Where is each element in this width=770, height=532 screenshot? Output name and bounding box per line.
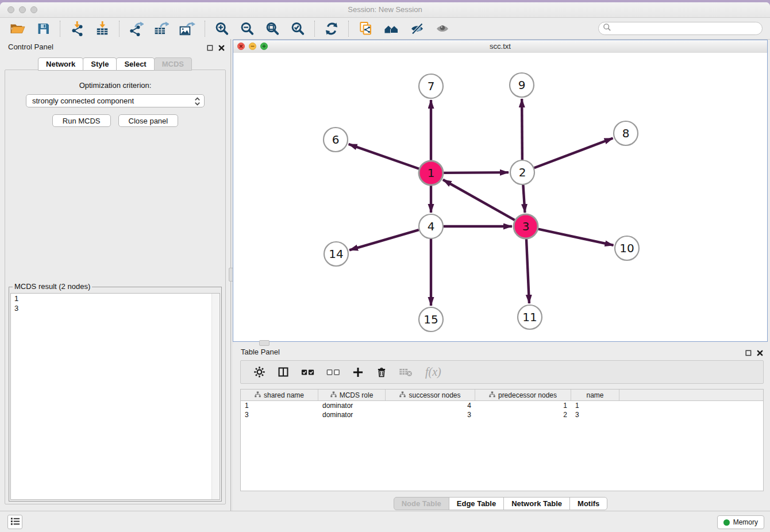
zoom-fit-icon[interactable] <box>265 21 280 36</box>
copy-view-icon[interactable] <box>358 21 373 36</box>
graph-node-2[interactable]: 2 <box>510 160 534 184</box>
horizontal-splitter-handle[interactable] <box>259 340 270 346</box>
zoom-in-icon[interactable] <box>214 21 229 36</box>
cell-predecessor-nodes[interactable]: 2 <box>475 411 571 419</box>
cell-shared-name[interactable]: 1 <box>241 402 318 410</box>
home-icon[interactable] <box>383 22 399 36</box>
export-image-icon[interactable] <box>179 21 195 36</box>
svg-text:4: 4 <box>428 219 435 233</box>
window-minimize-button[interactable] <box>19 6 26 13</box>
run-mcds-button[interactable]: Run MCDS <box>52 114 111 127</box>
tab-network[interactable]: Network <box>38 57 83 71</box>
graph-node-3[interactable]: 3 <box>514 214 538 238</box>
select-all-icon[interactable] <box>301 367 315 377</box>
graph-edge-1-2[interactable] <box>444 172 509 173</box>
column-header-MCDS-role[interactable]: MCDS role <box>318 390 386 400</box>
network-window-title: scc.txt <box>233 40 767 52</box>
save-icon[interactable] <box>36 22 51 36</box>
close-table-panel-icon[interactable] <box>757 348 763 358</box>
svg-text:15: 15 <box>424 313 438 326</box>
graph-edge-3-10[interactable] <box>538 229 614 245</box>
float-table-panel-icon[interactable] <box>745 348 752 358</box>
graph-edge-4-14[interactable] <box>349 230 419 250</box>
graph-node-1[interactable]: 1 <box>419 161 443 185</box>
graph-node-6[interactable]: 6 <box>324 128 348 152</box>
graph-node-10[interactable]: 10 <box>615 236 639 260</box>
column-header-predecessor-nodes[interactable]: predecessor nodes <box>475 390 571 400</box>
tab-style[interactable]: Style <box>83 57 117 71</box>
tab-network-table[interactable]: Network Table <box>503 497 570 510</box>
gear-icon[interactable] <box>253 366 265 378</box>
table-row[interactable]: 1dominator411 <box>241 401 763 410</box>
export-network-icon[interactable] <box>129 21 144 36</box>
result-scrollbar[interactable] <box>211 294 220 499</box>
cell-predecessor-nodes[interactable]: 1 <box>475 402 571 410</box>
graph-edge-3-1[interactable] <box>443 180 515 220</box>
cell-shared-name[interactable]: 3 <box>241 411 318 419</box>
search-icon <box>603 23 611 34</box>
cell-successor-nodes[interactable]: 3 <box>386 411 475 419</box>
network-close-button[interactable] <box>237 43 245 50</box>
graph-node-7[interactable]: 7 <box>419 74 443 98</box>
tab-select[interactable]: Select <box>116 57 154 71</box>
add-row-icon[interactable] <box>352 366 364 379</box>
network-window-titlebar: scc.txt <box>233 40 767 53</box>
search-input[interactable] <box>614 23 762 34</box>
window-zoom-button[interactable] <box>30 6 37 13</box>
network-zoom-button[interactable] <box>260 43 268 50</box>
svg-text:7: 7 <box>428 79 435 93</box>
graph-edge-2-9[interactable] <box>522 99 522 160</box>
column-label: successor nodes <box>409 391 460 399</box>
graph-edge-1-6[interactable] <box>349 144 419 169</box>
hide-eye-icon[interactable] <box>410 22 425 36</box>
network-minimize-button[interactable] <box>249 43 256 50</box>
toolbar-separator <box>205 21 205 37</box>
close-panel-button[interactable]: Close panel <box>118 114 179 127</box>
mcds-tab-content: Optimization criterion: strongly connect… <box>5 70 226 504</box>
table-row[interactable]: 3dominator323 <box>241 410 763 419</box>
column-header-successor-nodes[interactable]: successor nodes <box>386 390 475 400</box>
tab-mcds[interactable]: MCDS <box>154 57 192 71</box>
import-table-icon[interactable] <box>95 21 110 36</box>
svg-text:1: 1 <box>428 166 435 180</box>
column-header-name[interactable]: name <box>571 390 619 400</box>
criterion-select[interactable]: strongly connected component <box>26 94 205 107</box>
memory-button[interactable]: Memory <box>717 515 764 529</box>
window-close-button[interactable] <box>7 6 14 13</box>
zoom-selected-icon[interactable] <box>290 21 305 36</box>
refresh-icon[interactable] <box>324 21 339 36</box>
cell-successor-nodes[interactable]: 4 <box>386 402 475 410</box>
graph-node-15[interactable]: 15 <box>419 307 443 331</box>
network-canvas[interactable]: 7968124314101511 <box>233 53 767 341</box>
open-icon[interactable] <box>10 22 26 36</box>
split-columns-icon[interactable] <box>277 366 290 378</box>
graph-node-9[interactable]: 9 <box>510 73 534 97</box>
column-header-shared-name[interactable]: shared name <box>241 390 318 400</box>
tab-node-table[interactable]: Node Table <box>394 497 449 510</box>
export-table-icon[interactable] <box>154 21 169 36</box>
float-panel-icon[interactable] <box>207 43 213 53</box>
graph-node-4[interactable]: 4 <box>419 214 443 238</box>
mcds-result-item[interactable]: 3 <box>11 303 220 313</box>
graph-node-8[interactable]: 8 <box>614 121 638 145</box>
zoom-out-icon[interactable] <box>240 21 255 36</box>
delete-row-icon[interactable] <box>376 366 387 379</box>
table-panel: Table Panel f(x) shared nameMCDS rolesuc… <box>233 344 769 511</box>
cell-MCDS-role[interactable]: dominator <box>318 411 386 419</box>
mcds-result-item[interactable]: 1 <box>11 294 220 303</box>
cell-name[interactable]: 1 <box>571 402 619 410</box>
tab-edge-table[interactable]: Edge Table <box>449 497 504 510</box>
tab-motifs[interactable]: Motifs <box>569 497 607 510</box>
graph-edge-3-11[interactable] <box>526 239 529 303</box>
cell-MCDS-role[interactable]: dominator <box>318 402 386 410</box>
status-list-button[interactable] <box>7 515 22 529</box>
show-eye-icon[interactable] <box>435 22 450 36</box>
deselect-all-icon[interactable] <box>326 367 340 377</box>
import-network-icon[interactable] <box>70 21 84 36</box>
graph-node-14[interactable]: 14 <box>324 242 348 266</box>
graph-edge-2-3[interactable] <box>523 185 525 213</box>
cell-name[interactable]: 3 <box>571 411 619 419</box>
close-panel-icon[interactable] <box>218 43 225 53</box>
graph-node-11[interactable]: 11 <box>518 305 542 329</box>
graph-edge-2-8[interactable] <box>534 138 613 168</box>
